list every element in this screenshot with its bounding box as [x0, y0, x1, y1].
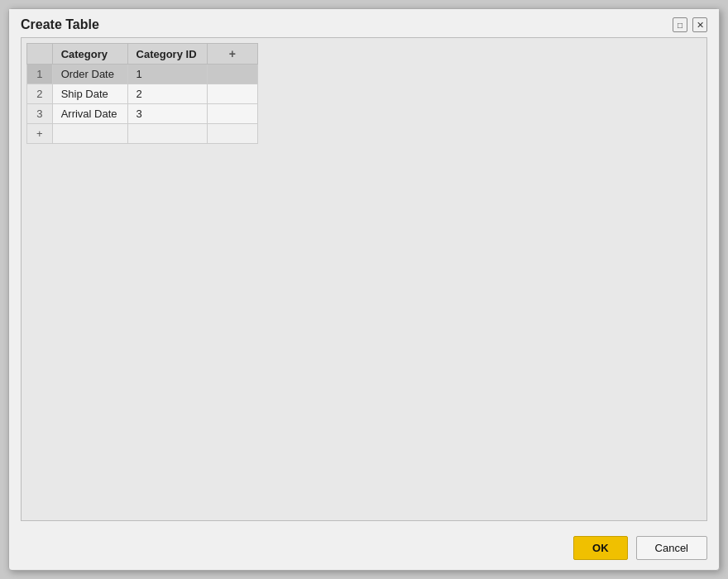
add-row-icon[interactable]: + [27, 124, 53, 144]
restore-icon: □ [678, 21, 682, 30]
close-icon: ✕ [697, 20, 704, 31]
cell-add [207, 65, 257, 84]
restore-button[interactable]: □ [673, 17, 687, 32]
table-header-row: Category Category ID + [27, 44, 258, 65]
data-table: Category Category ID + 1Order Date12Ship… [26, 43, 258, 144]
row-number: 2 [27, 84, 53, 104]
create-table-dialog: Create Table □ ✕ Category C [8, 8, 720, 571]
table-row[interactable]: 2Ship Date2 [27, 84, 258, 104]
add-row[interactable]: + [27, 124, 258, 144]
cell-add [207, 84, 257, 104]
cell-category-id[interactable]: 2 [127, 84, 207, 104]
dialog-title: Create Table [21, 17, 99, 32]
table-content-area: Category Category ID + 1Order Date12Ship… [21, 37, 707, 521]
add-row-category [52, 124, 127, 144]
dialog-footer: OK Cancel [9, 529, 719, 570]
cell-category[interactable]: Order Date [52, 65, 127, 84]
table-container: Category Category ID + 1Order Date12Ship… [22, 38, 706, 149]
close-button[interactable]: ✕ [692, 17, 707, 32]
row-number: 1 [27, 65, 53, 84]
col-header-category[interactable]: Category [52, 44, 127, 65]
ok-button[interactable]: OK [573, 536, 628, 560]
cancel-button[interactable]: Cancel [636, 536, 707, 560]
col-header-empty [27, 44, 53, 65]
table-row[interactable]: 1Order Date1 [27, 65, 258, 84]
cell-category[interactable]: Arrival Date [52, 104, 127, 124]
row-number: 3 [27, 104, 53, 124]
col-header-add[interactable]: + [207, 44, 257, 65]
add-row-extra [207, 124, 257, 144]
title-bar-controls: □ ✕ [673, 17, 707, 32]
table-row[interactable]: 3Arrival Date3 [27, 104, 258, 124]
cell-add [207, 104, 257, 124]
add-row-category-id [127, 124, 207, 144]
cell-category-id[interactable]: 1 [127, 65, 207, 84]
cell-category-id[interactable]: 3 [127, 104, 207, 124]
title-bar: Create Table □ ✕ [9, 9, 719, 37]
cell-category[interactable]: Ship Date [52, 84, 127, 104]
col-header-category-id[interactable]: Category ID [127, 44, 207, 65]
